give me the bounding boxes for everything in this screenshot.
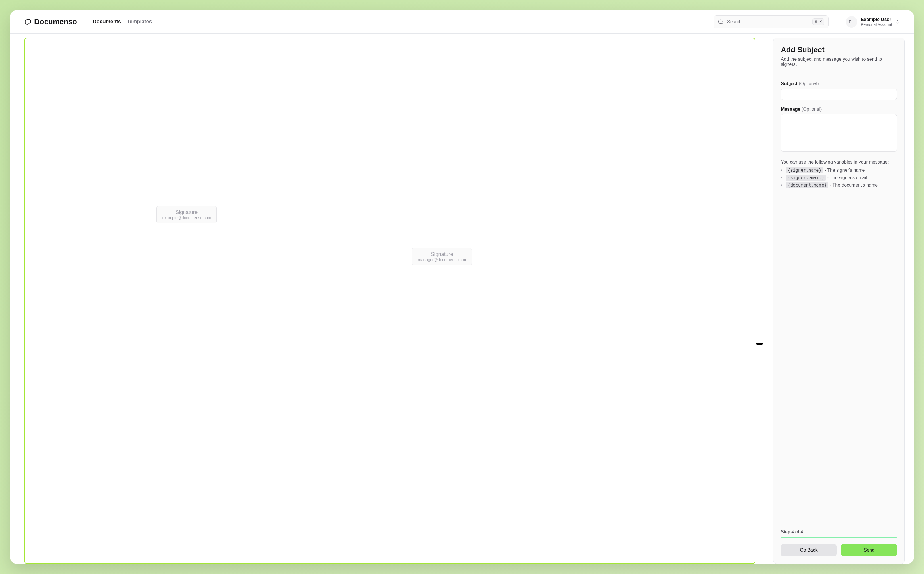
progress-bar [781,538,897,538]
variable-desc: - The signer's name [823,168,865,173]
subject-label: Subject (Optional) [781,81,897,86]
signature-email: manager@documenso.com [418,257,466,262]
app-window: Documenso Documents Templates ⌘+K EU Exa… [10,10,914,564]
search-input[interactable] [727,19,809,24]
variable-item: {document.name} - The document's name [786,183,897,188]
panel-footer: Step 4 of 4 Go Back Send [781,530,897,556]
signature-field[interactable]: Signature example@documenso.com [156,206,217,223]
signature-field[interactable]: Signature manager@documenso.com [412,248,472,265]
variable-desc: - The document's name [828,183,878,188]
user-menu[interactable]: EU Example User Personal Account [846,16,900,28]
signature-label: Signature [162,209,211,215]
logo[interactable]: Documenso [24,17,77,26]
logo-icon [24,18,31,25]
nav-templates[interactable]: Templates [127,19,152,25]
subject-input[interactable] [781,88,897,100]
svg-point-0 [719,20,723,23]
message-textarea[interactable] [781,114,897,151]
chevron-up-down-icon [896,20,900,24]
message-label: Message (Optional) [781,107,897,112]
variable-code: {signer.name} [786,167,823,173]
subject-group: Subject (Optional) [781,81,897,100]
variables-intro: You can use the following variables in y… [781,159,897,165]
nav-documents[interactable]: Documents [93,19,121,25]
variable-item: {signer.name} - The signer's name [786,168,897,173]
message-group: Message (Optional) [781,107,897,153]
button-row: Go Back Send [781,544,897,556]
avatar: EU [846,16,857,28]
user-account-label: Personal Account [861,22,892,27]
signature-label: Signature [418,251,466,257]
variable-item: {signer.email} - The signer's email [786,175,897,180]
panel-subtitle: Add the subject and message you wish to … [781,57,897,67]
variables-list: {signer.name} - The signer's name {signe… [781,168,897,190]
sidebar: Add Subject Add the subject and message … [764,34,914,564]
svg-line-1 [722,23,723,24]
go-back-button[interactable]: Go Back [781,544,837,556]
panel-title: Add Subject [781,46,897,54]
step-indicator: Step 4 of 4 [781,530,897,535]
variable-desc: - The signer's email [826,175,867,180]
variable-code: {document.name} [786,182,828,188]
user-name: Example User [861,17,892,22]
search-shortcut: ⌘+K [812,18,824,25]
search-box[interactable]: ⌘+K [713,15,828,28]
variable-code: {signer.email} [786,175,826,181]
main-content: Signature example@documenso.com Signatur… [10,34,914,564]
message-label-text: Message [781,107,800,112]
search-icon [718,19,724,25]
user-info: Example User Personal Account [861,17,892,27]
logo-text: Documenso [34,17,77,26]
document-page[interactable]: Signature example@documenso.com Signatur… [24,38,755,564]
signature-email: example@documenso.com [162,215,211,220]
send-button[interactable]: Send [841,544,897,556]
document-area: Signature example@documenso.com Signatur… [10,34,764,564]
main-nav: Documents Templates [93,19,152,25]
subject-panel: Add Subject Add the subject and message … [773,38,905,564]
resize-handle[interactable] [756,343,763,345]
message-optional-text: (Optional) [801,107,822,112]
header-bar: Documenso Documents Templates ⌘+K EU Exa… [10,10,914,34]
subject-optional-text: (Optional) [799,81,819,86]
subject-label-text: Subject [781,81,798,86]
